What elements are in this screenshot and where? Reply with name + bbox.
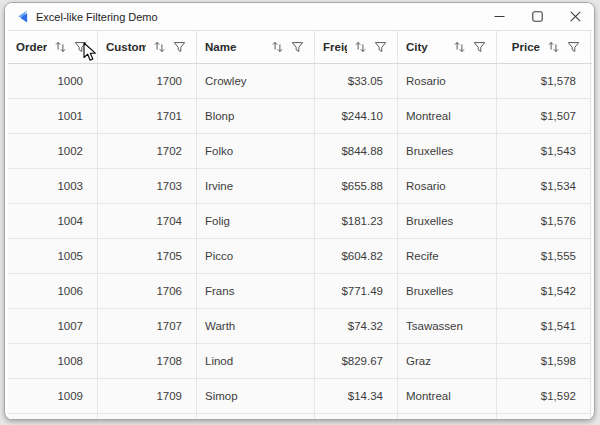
cell-freight[interactable]: $181.23 [315, 204, 398, 239]
cell-order-id[interactable]: 1002 [8, 134, 98, 169]
table-row: 1004 1704 Folig $181.23 Bruxelles $1,576 [8, 204, 592, 239]
cell-city[interactable]: Tsawassen [398, 309, 497, 344]
column-header-price[interactable]: Price [497, 31, 591, 63]
column-header-label: Price [512, 41, 540, 53]
cell-city[interactable]: Bruxelles [398, 204, 497, 239]
cell-name[interactable]: Blonp [197, 99, 315, 134]
column-header-label: City [406, 41, 446, 53]
sort-icon[interactable] [272, 41, 283, 53]
window-title: Excel-like Filtering Demo [36, 11, 158, 23]
minimize-button[interactable] [480, 3, 518, 30]
cell-freight[interactable]: $33.05 [315, 64, 398, 99]
filter-icon[interactable] [173, 41, 186, 53]
cell-customer-id[interactable]: 1701 [98, 99, 197, 134]
cell-order-id[interactable]: 1007 [8, 309, 98, 344]
cell-order-id[interactable]: 1004 [8, 204, 98, 239]
cell-name[interactable]: Irvine [197, 169, 315, 204]
cell-name[interactable]: Folko [197, 134, 315, 169]
cell-freight[interactable]: $844.88 [315, 134, 398, 169]
filter-icon[interactable] [567, 41, 580, 53]
table-row: 1009 1709 Simop $14.34 Montreal $1,592 [8, 379, 592, 414]
cell-freight[interactable]: $771.49 [315, 274, 398, 309]
cell-name[interactable]: Warth [197, 309, 315, 344]
cell-freight[interactable]: $14.34 [315, 379, 398, 414]
filter-icon[interactable] [473, 41, 486, 53]
data-grid: Order ID Custome... Name [8, 30, 592, 419]
cell-name[interactable]: Folig [197, 204, 315, 239]
cell-city[interactable]: Bruxelles [398, 134, 497, 169]
table-row-partial [8, 414, 592, 420]
table-row: 1005 1705 Picco $604.82 Recife $1,555 [8, 239, 592, 274]
filter-icon[interactable] [374, 41, 387, 53]
app-logo-icon [14, 9, 29, 24]
column-header-name[interactable]: Name [197, 31, 315, 63]
title-bar: Excel-like Filtering Demo [5, 3, 594, 30]
cell-price[interactable]: $1,555 [497, 239, 591, 274]
cell-freight[interactable]: $74.32 [315, 309, 398, 344]
column-header-label: Name [205, 41, 264, 53]
cell-order-id[interactable]: 1000 [8, 64, 98, 99]
cell-price[interactable]: $1,576 [497, 204, 591, 239]
cell-city[interactable]: Bruxelles [398, 274, 497, 309]
mouse-cursor [83, 42, 98, 63]
cell-customer-id[interactable]: 1709 [98, 379, 197, 414]
table-row: 1000 1700 Crowley $33.05 Rosario $1,578 [8, 64, 592, 99]
cell-freight[interactable]: $244.10 [315, 99, 398, 134]
cell-name[interactable]: Simop [197, 379, 315, 414]
table-row: 1001 1701 Blonp $244.10 Montreal $1,507 [8, 99, 592, 134]
cell-price[interactable]: $1,578 [497, 64, 591, 99]
sort-icon[interactable] [454, 41, 465, 53]
column-header-freight[interactable]: Freight [315, 31, 398, 63]
sort-icon[interactable] [548, 41, 559, 53]
column-header-city[interactable]: City [398, 31, 497, 63]
cell-customer-id[interactable]: 1708 [98, 344, 197, 379]
cell-customer-id[interactable]: 1705 [98, 239, 197, 274]
grid-body: 1000 1700 Crowley $33.05 Rosario $1,578 … [8, 64, 592, 420]
cell-city[interactable]: Recife [398, 239, 497, 274]
cell-order-id[interactable]: 1003 [8, 169, 98, 204]
cell-price[interactable]: $1,543 [497, 134, 591, 169]
cell-price[interactable]: $1,541 [497, 309, 591, 344]
cell-city[interactable]: Montreal [398, 379, 497, 414]
cell-customer-id[interactable]: 1700 [98, 64, 197, 99]
column-header-label: Freight [323, 41, 347, 53]
cell-name[interactable]: Linod [197, 344, 315, 379]
cell-order-id[interactable]: 1005 [8, 239, 98, 274]
cell-order-id[interactable]: 1008 [8, 344, 98, 379]
cell-name[interactable]: Crowley [197, 64, 315, 99]
cell-name[interactable]: Picco [197, 239, 315, 274]
cell-customer-id[interactable]: 1703 [98, 169, 197, 204]
cell-order-id[interactable]: 1001 [8, 99, 98, 134]
cell-city[interactable]: Montreal [398, 99, 497, 134]
cell-price[interactable]: $1,542 [497, 274, 591, 309]
close-button[interactable] [556, 3, 594, 30]
cell-freight[interactable]: $604.82 [315, 239, 398, 274]
cell-price[interactable]: $1,534 [497, 169, 591, 204]
cell-freight[interactable]: $829.67 [315, 344, 398, 379]
cell-order-id[interactable]: 1006 [8, 274, 98, 309]
sort-icon[interactable] [355, 41, 366, 53]
table-row: 1008 1708 Linod $829.67 Graz $1,598 [8, 344, 592, 379]
cell-name[interactable]: Frans [197, 274, 315, 309]
cell-order-id[interactable]: 1009 [8, 379, 98, 414]
app-window: Excel-like Filtering Demo Order ID [4, 2, 595, 420]
cell-customer-id[interactable]: 1707 [98, 309, 197, 344]
cell-price[interactable]: $1,598 [497, 344, 591, 379]
table-row: 1002 1702 Folko $844.88 Bruxelles $1,543 [8, 134, 592, 169]
cell-city[interactable]: Rosario [398, 169, 497, 204]
sort-icon[interactable] [55, 41, 66, 53]
cell-customer-id[interactable]: 1702 [98, 134, 197, 169]
maximize-button[interactable] [518, 3, 556, 30]
cell-customer-id[interactable]: 1706 [98, 274, 197, 309]
cell-city[interactable]: Graz [398, 344, 497, 379]
window-controls [480, 3, 594, 30]
table-row: 1003 1703 Irvine $655.88 Rosario $1,534 [8, 169, 592, 204]
cell-customer-id[interactable]: 1704 [98, 204, 197, 239]
cell-freight[interactable]: $655.88 [315, 169, 398, 204]
sort-icon[interactable] [154, 41, 165, 53]
column-header-customer-id[interactable]: Custome... [98, 31, 197, 63]
cell-price[interactable]: $1,592 [497, 379, 591, 414]
cell-city[interactable]: Rosario [398, 64, 497, 99]
cell-price[interactable]: $1,507 [497, 99, 591, 134]
filter-icon[interactable] [291, 41, 304, 53]
